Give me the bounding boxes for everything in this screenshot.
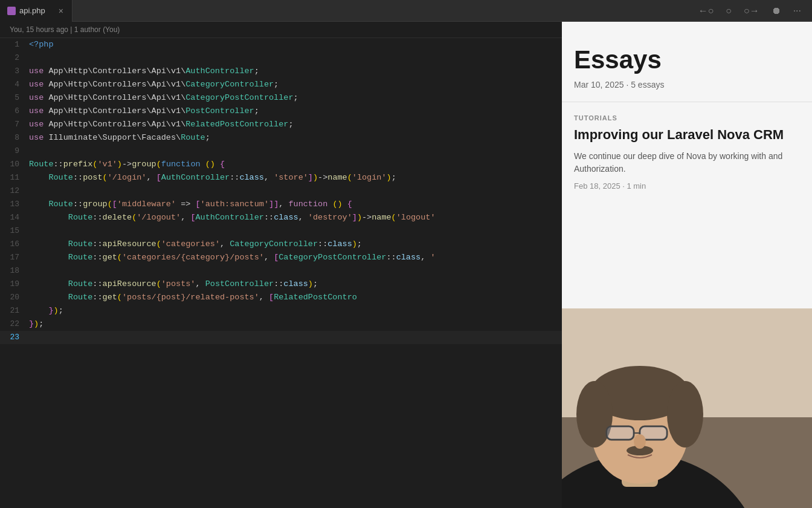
code-line: 3 use App\Http\Controllers\Api\v1\AuthCo…	[0, 65, 562, 78]
code-line: 23	[0, 331, 562, 344]
essays-title: Essays	[574, 46, 800, 74]
nav-back-button[interactable]: ←○	[695, 3, 718, 19]
code-line: 17 Route::get('categories/{category}/pos…	[0, 251, 562, 264]
code-line: 7 use App\Http\Controllers\Api\v1\Relate…	[0, 118, 562, 131]
video-background	[562, 308, 812, 508]
nav-forward-button[interactable]: ○→	[740, 3, 763, 19]
code-line: 19 Route::apiResource('posts', PostContr…	[0, 278, 562, 291]
editor-tab[interactable]: api.php ×	[0, 0, 72, 22]
commit-info: You, 15 hours ago | 1 author (You)	[10, 25, 120, 34]
nav-record-button[interactable]: ⏺	[768, 3, 785, 19]
tab-label: api.php	[19, 6, 45, 15]
code-line: 9	[0, 145, 562, 158]
code-line: 21 });	[0, 304, 562, 318]
video-feed	[562, 308, 812, 508]
nav-circle-button[interactable]: ○	[722, 3, 735, 19]
article-title: Improving our Laravel Nova CRM	[574, 126, 800, 144]
code-line: 10 Route::prefix('v1')->group(function (…	[0, 158, 562, 171]
svg-point-15	[634, 434, 646, 449]
code-line: 8 use Illuminate\Support\Facades\Route;	[0, 131, 562, 145]
editor-pane: You, 15 hours ago | 1 author (You) 1 <?p…	[0, 22, 562, 508]
code-line: 13 Route::group(['middleware' => ['auth:…	[0, 198, 562, 211]
code-line: 1 <?php	[0, 38, 562, 51]
code-line: 6 use App\Http\Controllers\Api\v1\PostCo…	[0, 105, 562, 118]
essays-meta: Mar 10, 2025 · 5 essays	[574, 80, 800, 90]
code-editor[interactable]: 1 <?php 2 3 use App\Http\Controllers\Api…	[0, 38, 562, 508]
code-line: 22 });	[0, 318, 562, 331]
code-line: 15	[0, 224, 562, 238]
code-line: 12	[0, 184, 562, 198]
video-overlay	[562, 308, 812, 508]
code-line: 18	[0, 264, 562, 278]
code-line: 11 Route::post('/login', [AuthController…	[0, 171, 562, 184]
article-category: TUTORIALS	[574, 114, 800, 122]
file-icon	[7, 7, 16, 15]
code-line: 4 use App\Http\Controllers\Api\v1\Catego…	[0, 78, 562, 91]
article-section: TUTORIALS Improving our Laravel Nova CRM…	[562, 102, 812, 200]
code-line: 5 use App\Http\Controllers\Api\v1\Catego…	[0, 91, 562, 105]
commit-bar: You, 15 hours ago | 1 author (You)	[0, 22, 562, 38]
code-line: 2	[0, 51, 562, 65]
code-line: 16 Route::apiResource('categories', Cate…	[0, 238, 562, 251]
article-date: Feb 18, 2025 · 1 min	[574, 181, 800, 190]
code-line: 20 Route::get('posts/{post}/related-post…	[0, 291, 562, 304]
code-line: 14 Route::delete('/logout', [AuthControl…	[0, 211, 562, 224]
tab-nav-buttons: ←○ ○ ○→ ⏺ ···	[695, 3, 812, 19]
svg-rect-12	[607, 427, 633, 439]
svg-point-8	[667, 381, 703, 448]
main-area: You, 15 hours ago | 1 author (You) 1 <?p…	[0, 22, 812, 508]
tab-bar: api.php × ←○ ○ ○→ ⏺ ···	[0, 0, 812, 22]
article-description: We continue our deep dive of Nova by wor…	[574, 150, 800, 175]
nav-more-button[interactable]: ···	[790, 3, 805, 19]
right-panel: Essays Mar 10, 2025 · 5 essays TUTORIALS…	[562, 22, 812, 508]
tab-close-button[interactable]: ×	[57, 5, 65, 17]
essays-section: Essays Mar 10, 2025 · 5 essays	[562, 22, 812, 102]
